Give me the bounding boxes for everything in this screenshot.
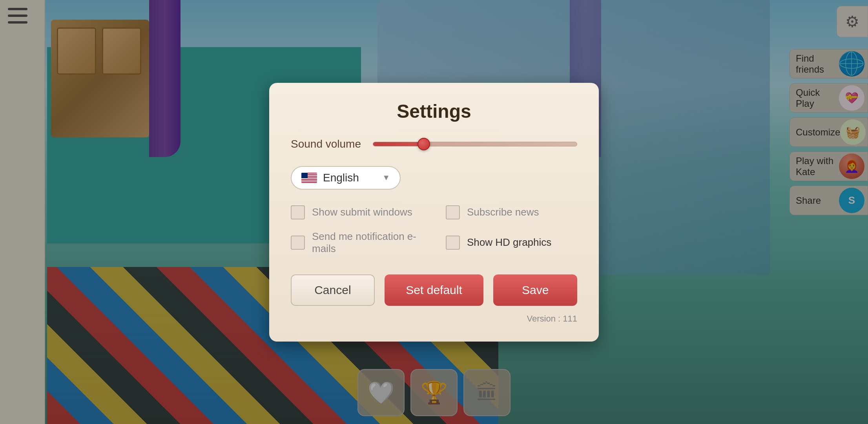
modal-title: Settings xyxy=(291,101,577,122)
checkboxes-grid: Show submit windows Subscribe news Send … xyxy=(291,205,577,255)
hd-graphics-checkbox[interactable] xyxy=(446,236,460,250)
slider-thumb[interactable] xyxy=(418,138,430,150)
settings-modal: Settings Sound volume English ▼ xyxy=(269,83,599,342)
hd-graphics-label: Show HD graphics xyxy=(467,236,551,249)
checkbox-row-hd-graphics: Show HD graphics xyxy=(446,230,577,255)
subscribe-news-checkbox[interactable] xyxy=(446,205,460,219)
slider-track xyxy=(373,142,577,146)
checkbox-row-show-submit: Show submit windows xyxy=(291,205,422,219)
slider-fill xyxy=(373,142,424,146)
modal-overlay: Settings Sound volume English ▼ xyxy=(0,0,868,424)
us-flag-icon xyxy=(301,173,317,183)
language-row: English ▼ xyxy=(291,166,577,190)
show-submit-label: Show submit windows xyxy=(312,206,412,218)
checkbox-row-subscribe-news: Subscribe news xyxy=(446,205,577,219)
checkbox-row-notification-emails: Send me notification e-mails xyxy=(291,230,422,255)
set-default-button[interactable]: Set default xyxy=(385,274,484,306)
volume-row: Sound volume xyxy=(291,138,577,150)
version-label: Version : 111 xyxy=(291,314,577,324)
volume-slider-container[interactable] xyxy=(373,139,577,149)
notification-emails-checkbox[interactable] xyxy=(291,236,305,250)
show-submit-checkbox[interactable] xyxy=(291,205,305,219)
language-dropdown[interactable]: English ▼ xyxy=(291,166,401,190)
save-button[interactable]: Save xyxy=(493,274,577,306)
cancel-button[interactable]: Cancel xyxy=(291,274,375,306)
notification-emails-label: Send me notification e-mails xyxy=(312,230,422,255)
language-selected-label: English xyxy=(323,172,359,184)
subscribe-news-label: Subscribe news xyxy=(467,206,539,218)
chevron-down-icon: ▼ xyxy=(382,173,390,182)
buttons-row: Cancel Set default Save xyxy=(291,274,577,306)
volume-label: Sound volume xyxy=(291,138,361,150)
